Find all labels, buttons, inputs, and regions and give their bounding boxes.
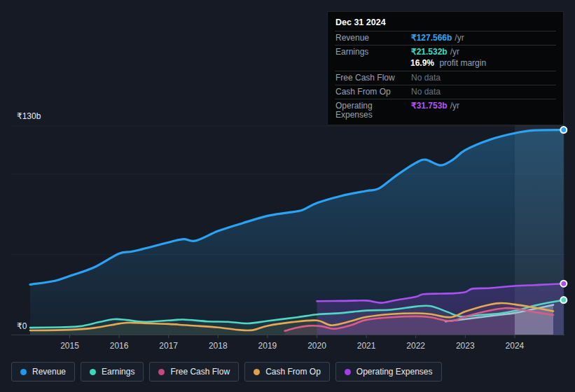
profit-margin-value: 16.9% — [410, 58, 434, 68]
legend-item-free-cash-flow[interactable]: Free Cash Flow — [149, 362, 239, 382]
tooltip-unit-revenue: /yr — [455, 34, 464, 43]
legend-dot-free-cash-flow — [158, 369, 165, 375]
x-axis-label-2024: 2024 — [495, 341, 534, 351]
tooltip-row-earnings: Earnings ₹21.532b /yr 16.9% profit margi… — [335, 45, 556, 71]
tooltip-panel: Dec 31 2024 Revenue ₹127.566b /yr Earnin… — [327, 11, 564, 125]
end-marker-earnings — [560, 297, 567, 303]
tooltip-value-cash-from-op: No data — [411, 88, 441, 97]
legend-label-earnings: Earnings — [102, 367, 134, 377]
x-axis-label-2020: 2020 — [298, 341, 337, 351]
tooltip-value-fcf: No data — [411, 74, 441, 83]
legend-dot-operating-expenses — [345, 369, 351, 375]
legend-label-revenue: Revenue — [32, 367, 66, 377]
legend-label-cash-from-op: Cash From Op — [265, 367, 321, 377]
tooltip-value-earnings: ₹21.532b — [411, 48, 448, 57]
x-axis-label-2015: 2015 — [50, 341, 90, 351]
chart-legend: RevenueEarningsFree Cash FlowCash From O… — [11, 362, 442, 382]
end-marker-revenue — [560, 127, 567, 133]
x-axis-label-2016: 2016 — [99, 341, 139, 351]
tooltip-row-revenue: Revenue ₹127.566b /yr — [335, 31, 556, 45]
x-axis-label-2019: 2019 — [248, 341, 287, 351]
tooltip-unit-earnings: /yr — [450, 48, 459, 57]
tooltip-row-operating-expenses: Operating Expenses ₹31.753b /yr — [335, 99, 556, 122]
profit-margin-label: profit margin — [439, 58, 486, 68]
y-axis-label-zero: ₹0 — [17, 321, 27, 331]
tooltip-value-opex: ₹31.753b — [411, 102, 448, 111]
legend-item-cash-from-op[interactable]: Cash From Op — [244, 362, 330, 382]
legend-dot-cash-from-op — [254, 369, 260, 375]
x-axis-label-2022: 2022 — [396, 341, 436, 351]
legend-dot-earnings — [90, 369, 96, 375]
tooltip-value-revenue: ₹127.566b — [411, 34, 452, 43]
tooltip-label-opex: Operating Expenses — [335, 102, 411, 120]
earnings-revenue-history-chart: ₹130b ₹0 2015201620172018201920202021202… — [0, 0, 575, 392]
legend-label-operating-expenses: Operating Expenses — [356, 367, 433, 377]
x-axis-label-2021: 2021 — [347, 341, 386, 351]
y-axis-label-max: ₹130b — [17, 111, 41, 121]
x-axis-label-2017: 2017 — [149, 341, 188, 351]
x-axis-label-2018: 2018 — [198, 341, 237, 351]
x-axis-label-2023: 2023 — [445, 341, 485, 351]
tooltip-label-revenue: Revenue — [335, 34, 411, 43]
tooltip-label-cash-from-op: Cash From Op — [335, 88, 411, 97]
tooltip-label-fcf: Free Cash Flow — [335, 74, 411, 83]
legend-label-free-cash-flow: Free Cash Flow — [170, 367, 230, 377]
end-marker-operating-expenses — [560, 281, 567, 287]
legend-item-operating-expenses[interactable]: Operating Expenses — [335, 362, 442, 382]
legend-item-revenue[interactable]: Revenue — [11, 362, 75, 382]
tooltip-unit-opex: /yr — [450, 102, 459, 111]
tooltip-row-cash-from-op: Cash From Op No data — [335, 85, 556, 99]
legend-dot-revenue — [20, 369, 27, 375]
tooltip-date: Dec 31 2024 — [335, 13, 556, 31]
tooltip-label-earnings: Earnings — [335, 48, 411, 57]
tooltip-row-free-cash-flow: Free Cash Flow No data — [335, 71, 556, 85]
tooltip-profit-margin: 16.9% profit margin — [335, 59, 556, 71]
legend-item-earnings[interactable]: Earnings — [81, 362, 144, 382]
